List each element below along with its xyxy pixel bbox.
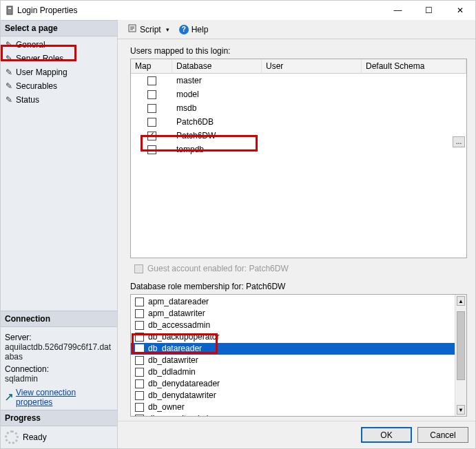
ok-button[interactable]: OK (361, 427, 412, 443)
role-checkbox[interactable] (135, 403, 144, 412)
titlebar: Login Properties — ☐ ✕ (1, 1, 475, 20)
db-cell: model (172, 90, 262, 99)
scrollbar[interactable]: ▲ ▼ (455, 295, 466, 416)
role-checkbox[interactable] (135, 368, 144, 377)
content-area: Users mapped to this login: Map Database… (118, 39, 475, 421)
table-row[interactable]: Patch6DW... (131, 129, 466, 143)
browse-schema-button[interactable]: ... (453, 136, 465, 147)
wrench-icon: ✎ (5, 81, 13, 92)
wrench-icon: ✎ (5, 53, 13, 64)
map-checkbox[interactable] (147, 104, 156, 113)
dropdown-icon: ▾ (166, 26, 169, 33)
role-item[interactable]: apm_datareader (131, 296, 455, 308)
connection-icon (5, 393, 13, 401)
page-securables[interactable]: ✎ Securables (1, 79, 117, 93)
role-checkbox[interactable] (135, 297, 144, 306)
cancel-button[interactable]: Cancel (417, 427, 468, 443)
maximize-button[interactable]: ☐ (413, 1, 444, 20)
help-button[interactable]: ? Help (176, 23, 211, 36)
role-item[interactable]: db_accessadmin (131, 320, 455, 331)
page-server-roles[interactable]: ✎ Server Roles (1, 52, 117, 65)
role-item[interactable]: db_datareader (131, 343, 455, 355)
table-row[interactable]: master (131, 74, 466, 87)
role-checkbox[interactable] (135, 309, 144, 318)
script-button[interactable]: Script ▾ (125, 22, 172, 36)
minimize-button[interactable]: — (382, 1, 413, 20)
wrench-icon: ✎ (5, 67, 13, 78)
script-icon (127, 23, 137, 35)
connection-label: Connection: (5, 364, 113, 374)
table-row[interactable]: tempdb (131, 143, 466, 156)
role-item[interactable]: db_denydatareader (131, 378, 455, 390)
map-checkbox[interactable] (147, 90, 156, 99)
map-checkbox[interactable] (147, 145, 156, 154)
role-checkbox[interactable] (135, 344, 144, 353)
table-row[interactable]: msdb (131, 101, 466, 115)
user-mapping-grid[interactable]: Map Database User Default Schema masterm… (130, 59, 467, 258)
help-icon: ? (179, 25, 189, 34)
window-title: Login Properties (17, 6, 382, 15)
window-controls: — ☐ ✕ (382, 1, 475, 20)
role-label: db_backupoperator (148, 331, 219, 343)
page-label: User Mapping (16, 67, 68, 78)
connection-block: Server: aquilactdb.526d799c6f17.databas … (1, 327, 117, 410)
col-map[interactable]: Map (131, 59, 172, 73)
map-checkbox[interactable] (147, 118, 156, 127)
role-item[interactable]: apm_datawriter (131, 308, 455, 320)
page-user-mapping[interactable]: ✎ User Mapping (1, 65, 117, 79)
login-properties-window: Login Properties — ☐ ✕ Select a page ✎ G… (0, 0, 476, 449)
svg-rect-1 (8, 8, 11, 9)
page-list: ✎ General ✎ Server Roles ✎ User Mapping … (1, 36, 117, 108)
users-mapped-caption: Users mapped to this login: (130, 46, 467, 56)
role-label: db_datareader (148, 343, 202, 355)
col-database[interactable]: Database (172, 59, 262, 73)
grid-body: mastermodelmsdbPatch6DBPatch6DW...tempdb (131, 74, 466, 258)
view-connection-properties-link[interactable]: View connection properties (5, 388, 113, 407)
col-default-schema[interactable]: Default Schema (362, 59, 466, 73)
scroll-down-arrow-icon[interactable]: ▼ (457, 405, 465, 415)
page-status[interactable]: ✎ Status (1, 93, 117, 107)
close-button[interactable]: ✕ (444, 1, 475, 20)
role-item[interactable]: db_denydatawriter (131, 390, 455, 401)
role-label: apm_datareader (148, 296, 209, 308)
progress-text: Ready (23, 432, 47, 442)
db-cell: msdb (172, 103, 262, 113)
role-label: db_datawriter (148, 355, 198, 366)
role-checkbox[interactable] (135, 356, 144, 365)
role-label: db_accessadmin (148, 320, 210, 331)
progress-block: Ready (1, 426, 117, 448)
page-label: Status (16, 94, 39, 105)
table-row[interactable]: model (131, 87, 466, 101)
scroll-thumb[interactable] (457, 311, 465, 380)
progress-header: Progress (1, 410, 117, 426)
map-checkbox[interactable] (147, 132, 156, 140)
role-label: apm_datawriter (148, 308, 205, 320)
db-cell: tempdb (172, 145, 262, 154)
role-item[interactable]: db_datawriter (131, 355, 455, 366)
roles-listbox[interactable]: apm_datareaderapm_datawriterdb_accessadm… (130, 294, 467, 417)
role-label: db_owner (148, 401, 185, 413)
connection-value: sqladmin (5, 374, 113, 384)
page-general[interactable]: ✎ General (1, 38, 117, 52)
map-checkbox[interactable] (147, 76, 156, 85)
wrench-icon: ✎ (5, 94, 13, 105)
guest-checkbox (134, 264, 143, 273)
script-label: Script (140, 25, 161, 34)
table-row[interactable]: Patch6DB (131, 115, 466, 129)
server-value: aquilactdb.526d799c6f17.databas (5, 342, 113, 362)
link-text: View connection properties (16, 388, 113, 407)
scroll-up-arrow-icon[interactable]: ▲ (457, 296, 465, 306)
role-item[interactable]: db_owner (131, 401, 455, 413)
role-item[interactable]: db_backupoperator (131, 331, 455, 343)
role-checkbox[interactable] (135, 415, 144, 416)
col-user[interactable]: User (262, 59, 362, 73)
role-checkbox[interactable] (135, 391, 144, 400)
role-label: db_denydatareader (148, 378, 220, 390)
role-item[interactable]: db_ddladmin (131, 366, 455, 378)
role-checkbox[interactable] (135, 321, 144, 330)
role-checkbox[interactable] (135, 379, 144, 388)
role-item[interactable]: db_securityadmin (131, 413, 455, 416)
page-label: General (16, 39, 45, 50)
connection-header: Connection (1, 311, 117, 327)
role-checkbox[interactable] (135, 333, 144, 342)
